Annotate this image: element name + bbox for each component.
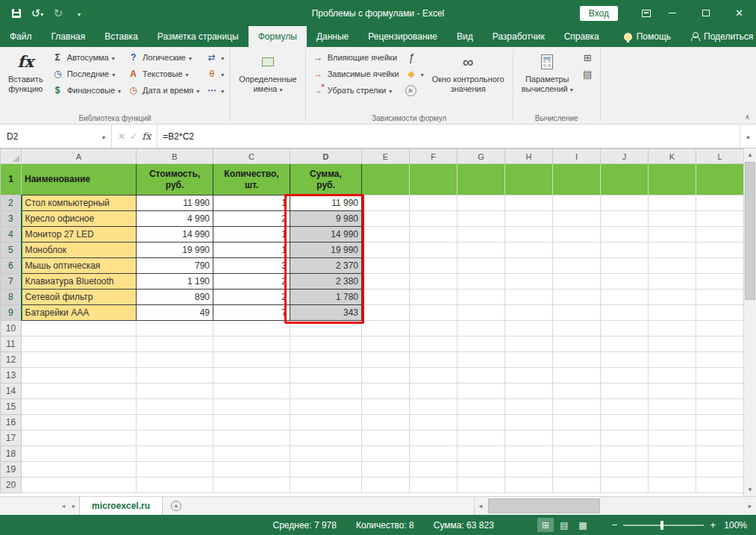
cell[interactable] bbox=[213, 321, 290, 337]
cell[interactable] bbox=[22, 462, 137, 478]
cell[interactable] bbox=[362, 227, 410, 243]
cancel-entry-icon[interactable] bbox=[118, 131, 125, 142]
cell[interactable] bbox=[696, 478, 744, 493]
row-header[interactable]: 20 bbox=[1, 478, 22, 493]
row-header[interactable]: 19 bbox=[1, 462, 22, 478]
cell[interactable] bbox=[601, 227, 649, 243]
cell[interactable] bbox=[213, 415, 290, 431]
minimize-button[interactable] bbox=[655, 0, 689, 26]
cell[interactable]: 3 bbox=[213, 258, 290, 274]
column-header-l[interactable]: L bbox=[696, 149, 744, 164]
evaluate-formula-button[interactable] bbox=[402, 82, 427, 98]
cell[interactable] bbox=[410, 211, 457, 227]
trace-dependents-button[interactable]: Зависимые ячейки bbox=[309, 66, 402, 82]
cell[interactable] bbox=[505, 431, 553, 446]
cell[interactable] bbox=[505, 337, 553, 352]
cell[interactable] bbox=[457, 337, 505, 352]
logical-button[interactable]: Логические bbox=[124, 49, 202, 66]
name-box[interactable]: D2 bbox=[0, 125, 112, 148]
add-sheet-button[interactable] bbox=[163, 497, 190, 515]
cell[interactable] bbox=[362, 321, 410, 337]
cell[interactable] bbox=[22, 352, 137, 368]
horizontal-scrollbar[interactable]: ◂ ▸ bbox=[474, 497, 756, 515]
customize-qat-button[interactable] bbox=[70, 4, 88, 22]
cell[interactable] bbox=[696, 274, 744, 290]
cell[interactable]: Моноблок bbox=[22, 243, 137, 258]
cell[interactable] bbox=[553, 258, 601, 274]
row-header[interactable]: 14 bbox=[1, 384, 22, 399]
cell[interactable] bbox=[649, 164, 696, 195]
zoom-out-button[interactable]: − bbox=[612, 519, 618, 531]
redo-button[interactable] bbox=[49, 4, 67, 22]
row-header[interactable]: 9 bbox=[1, 305, 22, 321]
cell[interactable] bbox=[553, 305, 601, 321]
column-header-h[interactable]: H bbox=[505, 149, 553, 164]
calculate-sheet-button[interactable] bbox=[578, 66, 597, 82]
cell[interactable]: 1 bbox=[213, 195, 290, 211]
cell[interactable] bbox=[601, 352, 649, 368]
row-header[interactable]: 5 bbox=[1, 243, 22, 258]
cell[interactable] bbox=[649, 478, 696, 493]
cell[interactable] bbox=[505, 384, 553, 399]
tab-formulas[interactable]: Формулы bbox=[249, 26, 307, 47]
cell[interactable] bbox=[137, 446, 213, 462]
cell[interactable] bbox=[362, 211, 410, 227]
cell[interactable] bbox=[457, 258, 505, 274]
cell[interactable] bbox=[410, 274, 457, 290]
cell[interactable] bbox=[601, 274, 649, 290]
cell[interactable] bbox=[22, 384, 137, 399]
page-break-view-button[interactable] bbox=[575, 518, 591, 532]
cell[interactable] bbox=[696, 258, 744, 274]
cell[interactable] bbox=[505, 305, 553, 321]
scroll-right-arrow-icon[interactable]: ▸ bbox=[744, 502, 756, 510]
cell[interactable] bbox=[137, 321, 213, 337]
cell[interactable] bbox=[362, 164, 410, 195]
cell[interactable] bbox=[213, 337, 290, 352]
cell-b1[interactable]: Стоимость, руб. bbox=[137, 164, 213, 195]
cell[interactable] bbox=[137, 415, 213, 431]
cell[interactable]: 1 190 bbox=[137, 274, 213, 290]
tab-file[interactable]: Файл bbox=[0, 26, 42, 47]
row-header[interactable]: 18 bbox=[1, 446, 22, 462]
cell[interactable] bbox=[290, 352, 362, 368]
cell[interactable] bbox=[696, 305, 744, 321]
cell[interactable] bbox=[696, 290, 744, 305]
cell[interactable] bbox=[505, 243, 553, 258]
column-header-c[interactable]: C bbox=[213, 149, 290, 164]
financial-button[interactable]: Финансовые bbox=[49, 82, 124, 98]
cell[interactable] bbox=[362, 384, 410, 399]
cell[interactable] bbox=[457, 352, 505, 368]
cell[interactable] bbox=[410, 337, 457, 352]
cell[interactable] bbox=[410, 321, 457, 337]
cell[interactable] bbox=[505, 352, 553, 368]
zoom-slider-thumb[interactable] bbox=[660, 521, 663, 530]
cell[interactable]: 890 bbox=[137, 290, 213, 305]
error-checking-button[interactable] bbox=[402, 66, 427, 82]
cell[interactable] bbox=[362, 258, 410, 274]
close-button[interactable] bbox=[722, 0, 756, 26]
cell[interactable]: 7 bbox=[213, 305, 290, 321]
cell[interactable] bbox=[22, 478, 137, 493]
cell[interactable] bbox=[649, 384, 696, 399]
cell[interactable] bbox=[213, 368, 290, 384]
cell[interactable] bbox=[601, 431, 649, 446]
cell[interactable] bbox=[213, 384, 290, 399]
tab-data[interactable]: Данные bbox=[307, 26, 358, 47]
scroll-left-arrow-icon[interactable]: ◂ bbox=[475, 502, 487, 510]
select-all-corner[interactable] bbox=[1, 149, 22, 164]
cell[interactable] bbox=[362, 274, 410, 290]
tab-review[interactable]: Рецензирование bbox=[358, 26, 447, 47]
cell[interactable] bbox=[649, 211, 696, 227]
cell[interactable] bbox=[137, 478, 213, 493]
cell[interactable] bbox=[457, 290, 505, 305]
cell[interactable]: 2 bbox=[213, 211, 290, 227]
cell[interactable] bbox=[457, 446, 505, 462]
cell[interactable] bbox=[410, 399, 457, 415]
cell[interactable] bbox=[649, 399, 696, 415]
cell[interactable] bbox=[213, 462, 290, 478]
horizontal-scroll-thumb[interactable] bbox=[488, 498, 600, 513]
calculation-options-button[interactable]: Параметры вычислений bbox=[516, 49, 578, 97]
cell[interactable] bbox=[457, 431, 505, 446]
cell[interactable] bbox=[601, 478, 649, 493]
cell[interactable] bbox=[457, 164, 505, 195]
